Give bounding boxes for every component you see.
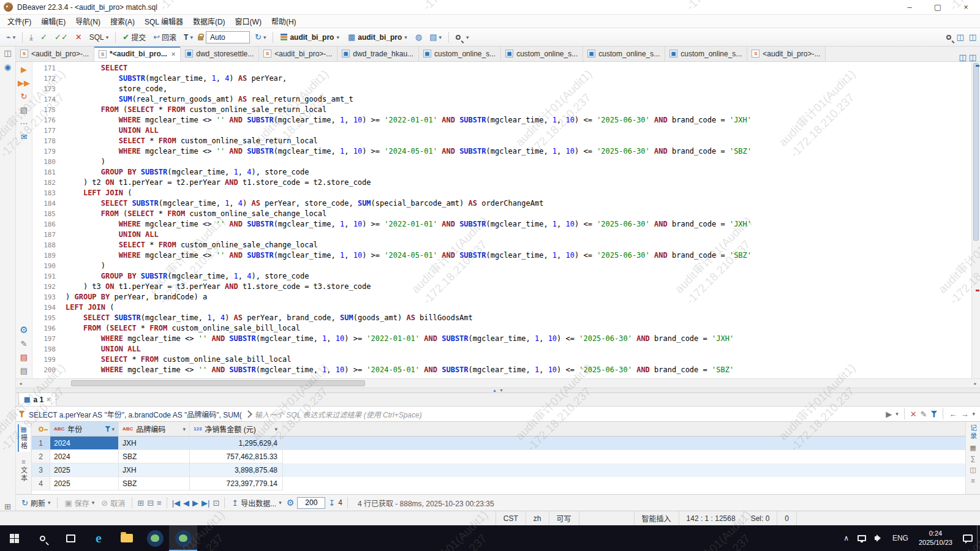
- calc-panel-icon[interactable]: ∑: [971, 455, 976, 462]
- open-perspective-icon[interactable]: ◫: [956, 33, 963, 41]
- history-forward-icon[interactable]: →: [960, 410, 968, 418]
- chevron-down-icon[interactable]: ▾: [895, 411, 899, 417]
- notification-center-button[interactable]: [959, 525, 977, 551]
- sql-editor[interactable]: 1711721731741751761771781791801811821831…: [32, 62, 980, 378]
- row-number[interactable]: 3: [32, 463, 50, 477]
- grid-corner-cell[interactable]: [32, 422, 50, 437]
- taskbar-clock[interactable]: 0:24 2025/10/23: [913, 529, 959, 547]
- expand-filter-icon[interactable]: [244, 410, 252, 418]
- sash-up-icon[interactable]: ▲: [492, 388, 497, 392]
- scrollbar-thumb[interactable]: [973, 63, 979, 241]
- value-viewer-icon[interactable]: ▦: [970, 444, 976, 451]
- edit-document-icon[interactable]: ✎: [21, 340, 28, 348]
- editor-tab[interactable]: ▦custom_online_s...: [665, 47, 747, 61]
- minimize-button[interactable]: –: [895, 0, 924, 14]
- validate-button[interactable]: ✓✓: [52, 31, 70, 43]
- editor-tab[interactable]: ▦dwd_storesettle...: [181, 47, 259, 61]
- save-button[interactable]: ▣ 保存 ▾: [62, 497, 96, 509]
- outline-pane-icon[interactable]: ⊞: [4, 503, 11, 511]
- dbeaver-taskbar-button[interactable]: [141, 525, 169, 551]
- result-grid[interactable]: ABC年份▾ABC品牌编码▾123净销售金额 (元)▾12024JXH1,295…: [32, 422, 965, 494]
- task-view-button[interactable]: [56, 525, 85, 551]
- settings-gear-icon[interactable]: ⚙: [20, 325, 28, 334]
- filter-input[interactable]: 输入一个 SQL 表达式来过滤结果 (使用 Ctrl+Space): [255, 409, 882, 419]
- rollback-button[interactable]: ↩回滚: [151, 30, 179, 44]
- row-number[interactable]: 2: [32, 450, 50, 463]
- execute-statement-icon[interactable]: ▶: [21, 66, 27, 73]
- first-page-icon[interactable]: |◀: [172, 499, 180, 507]
- connection-type-button[interactable]: ⌁▾: [4, 31, 18, 43]
- grid-cell[interactable]: 2025: [50, 463, 119, 477]
- explain-plan-icon[interactable]: ▤: [20, 106, 28, 114]
- export-data-button[interactable]: ↥ 导出数据... ▾: [230, 497, 283, 509]
- editor-vertical-scrollbar[interactable]: [971, 62, 980, 378]
- text-view-tab[interactable]: ≡ 文本: [18, 457, 30, 484]
- taskbar-search-button[interactable]: [28, 525, 56, 551]
- start-button[interactable]: [0, 525, 28, 551]
- last-page-icon[interactable]: ▶|: [202, 499, 209, 507]
- checker-button[interactable]: ✓: [38, 31, 50, 43]
- column-header[interactable]: ABC年份▾: [50, 422, 119, 437]
- menu-item[interactable]: 导航(N): [70, 15, 105, 28]
- close-icon[interactable]: ×: [172, 50, 175, 58]
- schema-selector[interactable]: ▦ audit_bi_pro ▾: [345, 32, 410, 43]
- duplicate-row-icon[interactable]: ⊟: [147, 499, 154, 507]
- focus-row-icon[interactable]: ⊡: [213, 499, 219, 507]
- commit-button[interactable]: ✔提交: [120, 30, 148, 44]
- menu-item[interactable]: 帮助(H): [266, 15, 301, 28]
- editor-tab[interactable]: ▦custom_online_s...: [583, 47, 665, 61]
- file-explorer-button[interactable]: [113, 525, 141, 551]
- chevron-down-icon[interactable]: ▾: [274, 426, 277, 432]
- close-icon[interactable]: ×: [47, 395, 51, 404]
- editor-tab[interactable]: S<audit_bi_pro>-...: [747, 47, 826, 61]
- editor-tab[interactable]: S*<audit_bi_pro...×: [94, 47, 181, 61]
- metadata-panel-icon[interactable]: ◫: [970, 467, 976, 473]
- more-actions-icon[interactable]: ⋯: [20, 119, 28, 127]
- prev-page-icon[interactable]: ◀: [183, 499, 189, 507]
- display-tray-icon[interactable]: [853, 525, 870, 551]
- grid-cell[interactable]: 1,295,629.4: [190, 437, 283, 450]
- chevron-down-icon[interactable]: ▾: [111, 426, 115, 432]
- database-navigator-icon[interactable]: ◉: [4, 63, 11, 71]
- document-error-icon[interactable]: ▤: [20, 353, 28, 361]
- grid-cell[interactable]: 723,397,779.14: [190, 477, 283, 490]
- chevron-down-icon[interactable]: ▾: [183, 426, 186, 432]
- grid-cell[interactable]: JXH: [119, 437, 190, 450]
- apply-filter-icon[interactable]: ▶: [886, 410, 892, 418]
- search-dropdown[interactable]: ▾: [453, 32, 472, 42]
- cancel-button[interactable]: ⊘ 取消: [99, 497, 127, 509]
- restore-pane-icon[interactable]: ◫: [4, 49, 11, 57]
- grid-cell[interactable]: 2025: [50, 477, 119, 490]
- delete-row-icon[interactable]: ≡: [157, 499, 162, 507]
- menu-item[interactable]: 文件(F): [2, 15, 36, 28]
- fetch-next-icon[interactable]: ↧: [328, 499, 335, 507]
- scroll-right-icon[interactable]: ▸: [971, 381, 980, 386]
- sash-down-icon[interactable]: ▼: [499, 388, 503, 392]
- fetch-size-input[interactable]: [297, 497, 325, 509]
- menu-item[interactable]: 编辑(E): [36, 15, 70, 28]
- column-header[interactable]: 123净销售金额 (元)▾: [190, 422, 283, 437]
- grid-cell[interactable]: 757,462,815.33: [190, 450, 283, 463]
- grid-view-tab[interactable]: ▦ 栅格: [18, 424, 30, 452]
- row-number[interactable]: 1: [32, 437, 50, 450]
- result-settings-gear-icon[interactable]: ⚙: [287, 498, 295, 507]
- export-script-icon[interactable]: ✉: [21, 133, 28, 141]
- column-filter-icon[interactable]: [105, 426, 110, 432]
- grid-cell[interactable]: 3,898,875.48: [190, 463, 283, 477]
- editor-tab[interactable]: S<audit_bi_pro>-...: [16, 47, 94, 61]
- quick-access-search-icon[interactable]: [946, 35, 951, 40]
- isolation-combo[interactable]: Auto: [206, 31, 250, 43]
- scrollbar-thumb[interactable]: [71, 380, 365, 386]
- references-panel-icon[interactable]: ≡: [971, 478, 974, 484]
- grid-cell[interactable]: JXH: [119, 463, 190, 477]
- refresh-result-icon[interactable]: ↻: [21, 92, 28, 100]
- database-selector[interactable]: audit_bi_pro ▾: [277, 32, 342, 43]
- volume-button[interactable]: [870, 525, 888, 551]
- menu-item[interactable]: SQL 编辑器: [140, 15, 188, 28]
- maximize-button[interactable]: ▢: [924, 0, 952, 14]
- sync-connection-button[interactable]: ◍: [413, 31, 424, 43]
- transaction-mode-dropdown[interactable]: T▾: [181, 31, 195, 43]
- menu-item[interactable]: 搜索(A): [105, 15, 140, 28]
- grid-cell[interactable]: SBZ: [119, 477, 190, 490]
- scroll-left-icon[interactable]: ◂: [16, 381, 25, 386]
